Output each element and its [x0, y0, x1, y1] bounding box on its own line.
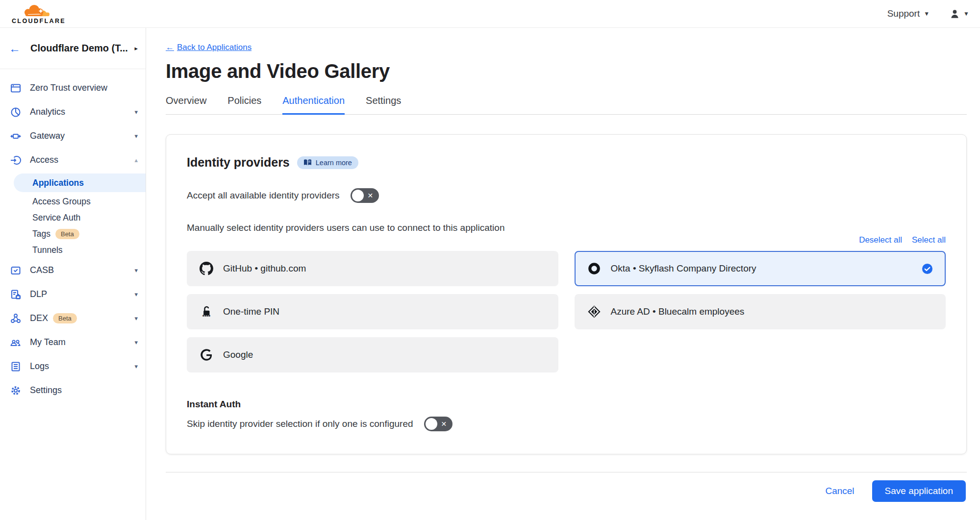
check-icon [922, 263, 933, 274]
sidebar-item-service-auth[interactable]: Service Auth [0, 210, 146, 226]
sidebar-item-tags[interactable]: Tags Beta [0, 226, 146, 242]
sidebar-item-dlp[interactable]: DLP ▾ [0, 282, 146, 306]
chevron-down-icon[interactable]: ▾ [134, 267, 138, 274]
instant-auth-toggle[interactable]: ✕ [424, 417, 452, 431]
dex-network-icon [10, 313, 22, 324]
page-title: Image and Video Gallery [166, 60, 967, 82]
access-login-icon [10, 154, 22, 166]
sidebar-item-label: DEX [30, 313, 48, 323]
support-menu[interactable]: Support ▼ [887, 8, 930, 19]
chevron-right-icon[interactable]: ▸ [134, 45, 138, 52]
sidebar-item-label: Access Groups [32, 197, 91, 207]
save-application-button[interactable]: Save application [872, 480, 966, 502]
chevron-down-icon[interactable]: ▾ [134, 132, 138, 140]
book-icon [303, 159, 312, 166]
provider-okta[interactable]: Okta • Skyflash Company Directory [575, 251, 946, 286]
svg-text:****: **** [202, 314, 211, 319]
browser-window-icon [10, 82, 22, 94]
tab-settings[interactable]: Settings [366, 95, 401, 115]
logo-wordmark: CLOUDFLARE [12, 18, 66, 25]
cancel-button[interactable]: Cancel [825, 486, 854, 496]
sidebar-item-label: Logs [30, 361, 134, 371]
sidebar-item-label: DEX Beta [30, 313, 134, 323]
provider-name: GitHub • github.com [223, 263, 306, 274]
team-people-icon [10, 337, 22, 348]
cloudflare-logo[interactable]: CLOUDFLARE [7, 3, 71, 25]
document-lock-icon [10, 289, 22, 300]
identity-providers-heading: Identity providers [187, 155, 290, 170]
manual-select-label: Manually select identity providers users… [187, 223, 946, 233]
toggle-off-x-icon: ✕ [368, 192, 374, 199]
chevron-down-icon[interactable]: ▾ [134, 339, 138, 346]
tab-bar: Overview Policies Authentication Setting… [166, 95, 967, 115]
provider-name: One-time PIN [223, 306, 279, 317]
sidebar: ← Cloudflare Demo (T... ▸ Zero Trust ove… [0, 28, 146, 520]
accept-all-toggle[interactable]: ✕ [351, 188, 379, 203]
sidebar-item-tunnels[interactable]: Tunnels [0, 242, 146, 258]
toggle-knob [352, 190, 364, 201]
provider-name: Google [223, 349, 253, 360]
back-link-label: Back to Applications [177, 43, 251, 52]
instant-auth-description: Skip identity provider selection if only… [187, 419, 413, 429]
sidebar-item-casb[interactable]: CASB ▾ [0, 258, 146, 282]
sidebar-item-label: DLP [30, 289, 134, 299]
back-to-applications-link[interactable]: ← Back to Applications [166, 43, 251, 52]
sidebar-item-access-groups[interactable]: Access Groups [0, 194, 146, 210]
provider-one-time-pin[interactable]: **** One-time PIN [187, 294, 558, 329]
gear-icon [10, 385, 22, 396]
account-header: ← Cloudflare Demo (T... ▸ [0, 28, 146, 69]
sidebar-item-zero-trust-overview[interactable]: Zero Trust overview [0, 76, 146, 100]
deselect-all-link[interactable]: Deselect all [859, 235, 902, 245]
tab-authentication[interactable]: Authentication [282, 95, 345, 115]
user-menu[interactable]: ▼ [949, 8, 969, 20]
sidebar-item-access[interactable]: Access ▴ [0, 148, 146, 172]
sidebar-item-my-team[interactable]: My Team ▾ [0, 330, 146, 354]
sidebar-item-logs[interactable]: Logs ▾ [0, 354, 146, 378]
sidebar-item-label: Analytics [30, 107, 134, 117]
chevron-down-icon: ▼ [924, 10, 930, 17]
cloudflare-cloud-icon [22, 3, 55, 19]
sidebar-item-applications[interactable]: Applications [14, 173, 146, 192]
provider-azure-ad[interactable]: Azure AD • Bluecalm employees [575, 294, 946, 329]
provider-github[interactable]: GitHub • github.com [187, 251, 558, 286]
back-arrow-icon[interactable]: ← [9, 43, 21, 54]
chevron-down-icon[interactable]: ▾ [134, 363, 138, 370]
select-all-link[interactable]: Select all [912, 235, 946, 245]
user-icon [949, 8, 960, 20]
sidebar-item-label: Gateway [30, 131, 134, 141]
chevron-down-icon: ▼ [963, 10, 969, 17]
toggle-knob [426, 418, 437, 430]
provider-name: Azure AD • Bluecalm employees [611, 306, 745, 317]
chevron-up-icon[interactable]: ▴ [134, 156, 138, 164]
chevron-down-icon[interactable]: ▾ [134, 291, 138, 298]
azure-ad-icon [587, 305, 601, 319]
sidebar-item-label: Access [30, 155, 134, 165]
google-icon [200, 348, 213, 362]
sidebar-item-label: Applications [32, 178, 84, 188]
casb-check-box-icon [10, 265, 22, 276]
sidebar-item-label: Settings [30, 385, 138, 396]
sidebar-item-dex[interactable]: DEX Beta ▾ [0, 306, 146, 330]
sidebar-item-label: Tunnels [32, 245, 63, 255]
sidebar-item-label: Zero Trust overview [30, 83, 138, 93]
sidebar-item-label: CASB [30, 265, 134, 275]
tab-policies[interactable]: Policies [227, 95, 261, 115]
sidebar-item-analytics[interactable]: Analytics ▾ [0, 100, 146, 124]
chevron-down-icon[interactable]: ▾ [134, 108, 138, 116]
okta-icon [587, 262, 601, 275]
account-name[interactable]: Cloudflare Demo (T... [30, 43, 134, 54]
beta-badge: Beta [53, 313, 77, 323]
learn-more-button[interactable]: Learn more [297, 156, 358, 169]
provider-grid: GitHub • github.com Okta • Skyflash Comp… [187, 251, 946, 372]
provider-google[interactable]: Google [187, 337, 558, 372]
chevron-down-icon[interactable]: ▾ [134, 315, 138, 322]
sidebar-nav: Zero Trust overview Analytics ▾ Gateway … [0, 69, 146, 402]
gateway-icon [10, 130, 22, 142]
sidebar-item-label: Service Auth [32, 213, 80, 223]
tab-overview[interactable]: Overview [166, 95, 206, 115]
accept-all-label: Accept all available identity providers [187, 190, 340, 201]
sidebar-item-settings[interactable]: Settings [0, 378, 146, 402]
sidebar-item-gateway[interactable]: Gateway ▾ [0, 124, 146, 148]
one-time-pin-icon: **** [200, 305, 213, 319]
beta-badge: Beta [55, 229, 79, 239]
